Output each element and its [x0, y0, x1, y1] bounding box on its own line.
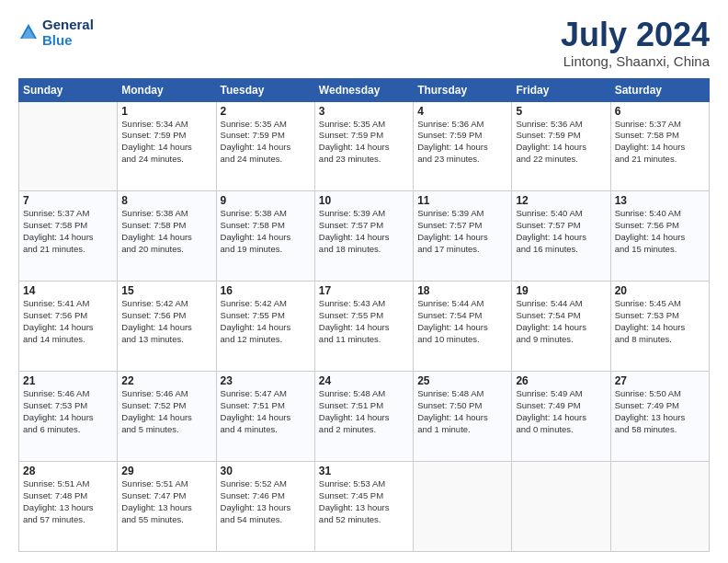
calendar-cell: 26Sunrise: 5:49 AM Sunset: 7:49 PM Dayli… — [512, 372, 610, 462]
day-info: Sunrise: 5:42 AM Sunset: 7:55 PM Dayligh… — [221, 298, 311, 345]
col-header-sunday: Sunday — [19, 78, 118, 101]
calendar-cell: 9Sunrise: 5:38 AM Sunset: 7:58 PM Daylig… — [216, 191, 314, 282]
day-info: Sunrise: 5:43 AM Sunset: 7:55 PM Dayligh… — [319, 298, 409, 345]
calendar-cell: 14Sunrise: 5:41 AM Sunset: 7:56 PM Dayli… — [19, 282, 118, 372]
title-block: July 2024 Lintong, Shaanxi, China — [561, 17, 710, 69]
day-info: Sunrise: 5:46 AM Sunset: 7:52 PM Dayligh… — [121, 388, 211, 435]
day-number: 25 — [417, 374, 507, 387]
calendar-cell: 31Sunrise: 5:53 AM Sunset: 7:45 PM Dayli… — [314, 462, 413, 552]
day-info: Sunrise: 5:47 AM Sunset: 7:51 PM Dayligh… — [221, 388, 311, 435]
calendar-cell: 10Sunrise: 5:39 AM Sunset: 7:57 PM Dayli… — [314, 191, 413, 282]
day-number: 14 — [23, 284, 113, 297]
day-info: Sunrise: 5:50 AM Sunset: 7:49 PM Dayligh… — [615, 388, 705, 435]
calendar-cell: 27Sunrise: 5:50 AM Sunset: 7:49 PM Dayli… — [610, 372, 709, 462]
day-number: 1 — [121, 105, 211, 118]
day-number: 31 — [319, 465, 409, 477]
day-info: Sunrise: 5:48 AM Sunset: 7:50 PM Dayligh… — [417, 388, 507, 435]
day-info: Sunrise: 5:49 AM Sunset: 7:49 PM Dayligh… — [516, 388, 606, 435]
day-number: 30 — [221, 465, 311, 477]
calendar-cell — [610, 462, 709, 552]
day-number: 17 — [319, 284, 409, 297]
day-number: 13 — [615, 194, 705, 207]
day-info: Sunrise: 5:53 AM Sunset: 7:45 PM Dayligh… — [319, 478, 409, 525]
day-info: Sunrise: 5:40 AM Sunset: 7:56 PM Dayligh… — [615, 208, 705, 255]
day-info: Sunrise: 5:39 AM Sunset: 7:57 PM Dayligh… — [319, 208, 409, 255]
day-number: 16 — [221, 284, 311, 297]
day-info: Sunrise: 5:35 AM Sunset: 7:59 PM Dayligh… — [319, 119, 409, 166]
day-info: Sunrise: 5:36 AM Sunset: 7:59 PM Dayligh… — [516, 119, 606, 166]
day-number: 18 — [417, 284, 507, 297]
calendar-cell: 2Sunrise: 5:35 AM Sunset: 7:59 PM Daylig… — [216, 101, 314, 191]
calendar-cell: 4Sunrise: 5:36 AM Sunset: 7:59 PM Daylig… — [414, 101, 512, 191]
calendar-cell: 25Sunrise: 5:48 AM Sunset: 7:50 PM Dayli… — [414, 372, 512, 462]
day-info: Sunrise: 5:35 AM Sunset: 7:59 PM Dayligh… — [221, 119, 311, 166]
calendar-week-5: 28Sunrise: 5:51 AM Sunset: 7:48 PM Dayli… — [19, 462, 710, 552]
day-info: Sunrise: 5:42 AM Sunset: 7:56 PM Dayligh… — [121, 298, 211, 345]
logo-text: General Blue — [42, 17, 94, 49]
calendar-week-1: 1Sunrise: 5:34 AM Sunset: 7:59 PM Daylig… — [19, 101, 710, 191]
subtitle: Lintong, Shaanxi, China — [561, 53, 710, 69]
day-number: 7 — [23, 194, 113, 207]
page: General Blue July 2024 Lintong, Shaanxi,… — [0, 0, 728, 563]
day-number: 26 — [516, 374, 606, 387]
calendar-cell: 3Sunrise: 5:35 AM Sunset: 7:59 PM Daylig… — [314, 101, 413, 191]
calendar-cell: 20Sunrise: 5:45 AM Sunset: 7:53 PM Dayli… — [610, 282, 709, 372]
calendar-header-row: SundayMondayTuesdayWednesdayThursdayFrid… — [19, 78, 710, 101]
col-header-tuesday: Tuesday — [216, 78, 314, 101]
calendar-table: SundayMondayTuesdayWednesdayThursdayFrid… — [18, 78, 710, 552]
calendar-cell: 7Sunrise: 5:37 AM Sunset: 7:58 PM Daylig… — [19, 191, 118, 282]
col-header-thursday: Thursday — [414, 78, 512, 101]
calendar-cell: 16Sunrise: 5:42 AM Sunset: 7:55 PM Dayli… — [216, 282, 314, 372]
day-number: 9 — [221, 194, 311, 207]
day-info: Sunrise: 5:51 AM Sunset: 7:48 PM Dayligh… — [23, 478, 113, 525]
calendar-cell: 19Sunrise: 5:44 AM Sunset: 7:54 PM Dayli… — [512, 282, 610, 372]
day-info: Sunrise: 5:45 AM Sunset: 7:53 PM Dayligh… — [615, 298, 705, 345]
day-number: 8 — [121, 194, 211, 207]
day-info: Sunrise: 5:48 AM Sunset: 7:51 PM Dayligh… — [319, 388, 409, 435]
day-number: 15 — [121, 284, 211, 297]
calendar-cell — [19, 101, 118, 191]
day-info: Sunrise: 5:44 AM Sunset: 7:54 PM Dayligh… — [516, 298, 606, 345]
calendar-cell: 1Sunrise: 5:34 AM Sunset: 7:59 PM Daylig… — [118, 101, 216, 191]
day-info: Sunrise: 5:36 AM Sunset: 7:59 PM Dayligh… — [417, 119, 507, 166]
calendar-week-2: 7Sunrise: 5:37 AM Sunset: 7:58 PM Daylig… — [19, 191, 710, 282]
day-number: 28 — [23, 465, 113, 477]
day-number: 2 — [221, 105, 311, 118]
calendar-cell: 12Sunrise: 5:40 AM Sunset: 7:57 PM Dayli… — [512, 191, 610, 282]
day-number: 19 — [516, 284, 606, 297]
day-number: 24 — [319, 374, 409, 387]
calendar-cell: 29Sunrise: 5:51 AM Sunset: 7:47 PM Dayli… — [118, 462, 216, 552]
day-number: 23 — [221, 374, 311, 387]
calendar-cell: 13Sunrise: 5:40 AM Sunset: 7:56 PM Dayli… — [610, 191, 709, 282]
day-number: 6 — [615, 105, 705, 118]
calendar-cell: 11Sunrise: 5:39 AM Sunset: 7:57 PM Dayli… — [414, 191, 512, 282]
day-number: 10 — [319, 194, 409, 207]
calendar-cell: 22Sunrise: 5:46 AM Sunset: 7:52 PM Dayli… — [118, 372, 216, 462]
day-number: 22 — [121, 374, 211, 387]
header: General Blue July 2024 Lintong, Shaanxi,… — [18, 17, 710, 69]
calendar-cell — [414, 462, 512, 552]
day-info: Sunrise: 5:51 AM Sunset: 7:47 PM Dayligh… — [121, 478, 211, 525]
day-number: 5 — [516, 105, 606, 118]
day-number: 3 — [319, 105, 409, 118]
day-info: Sunrise: 5:39 AM Sunset: 7:57 PM Dayligh… — [417, 208, 507, 255]
calendar-cell: 5Sunrise: 5:36 AM Sunset: 7:59 PM Daylig… — [512, 101, 610, 191]
day-info: Sunrise: 5:37 AM Sunset: 7:58 PM Dayligh… — [23, 208, 113, 255]
day-number: 11 — [417, 194, 507, 207]
calendar-cell: 17Sunrise: 5:43 AM Sunset: 7:55 PM Dayli… — [314, 282, 413, 372]
calendar-cell: 30Sunrise: 5:52 AM Sunset: 7:46 PM Dayli… — [216, 462, 314, 552]
day-number: 21 — [23, 374, 113, 387]
logo: General Blue — [18, 17, 94, 49]
calendar-cell: 18Sunrise: 5:44 AM Sunset: 7:54 PM Dayli… — [414, 282, 512, 372]
calendar-cell — [512, 462, 610, 552]
calendar-cell: 15Sunrise: 5:42 AM Sunset: 7:56 PM Dayli… — [118, 282, 216, 372]
calendar-cell: 23Sunrise: 5:47 AM Sunset: 7:51 PM Dayli… — [216, 372, 314, 462]
day-info: Sunrise: 5:38 AM Sunset: 7:58 PM Dayligh… — [221, 208, 311, 255]
calendar-cell: 6Sunrise: 5:37 AM Sunset: 7:58 PM Daylig… — [610, 101, 709, 191]
day-number: 29 — [121, 465, 211, 477]
day-number: 27 — [615, 374, 705, 387]
day-info: Sunrise: 5:34 AM Sunset: 7:59 PM Dayligh… — [121, 119, 211, 166]
day-number: 4 — [417, 105, 507, 118]
col-header-monday: Monday — [118, 78, 216, 101]
calendar-cell: 28Sunrise: 5:51 AM Sunset: 7:48 PM Dayli… — [19, 462, 118, 552]
